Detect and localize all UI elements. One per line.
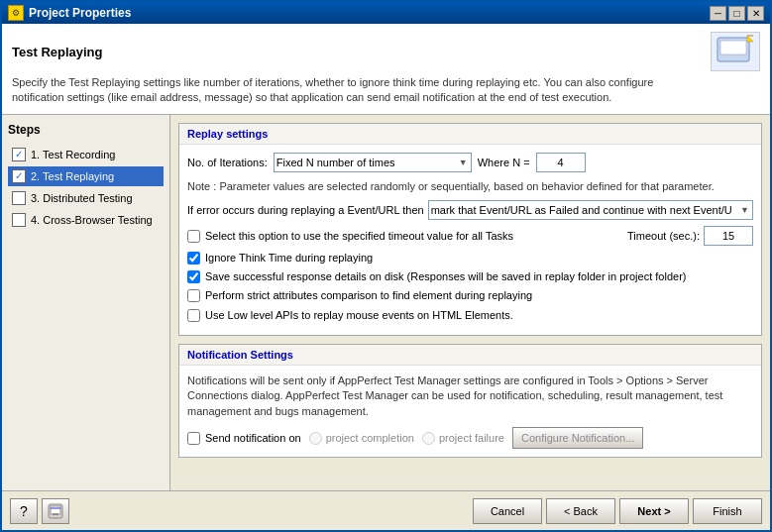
error-row: If error occurs during replaying a Event… xyxy=(187,200,753,220)
notification-settings-section: Notification Settings Notifications will… xyxy=(178,344,762,458)
project-completion-radio[interactable] xyxy=(309,432,322,445)
step-check-3 xyxy=(12,191,26,205)
ignore-think-time-row: Ignore Think Time during replaying xyxy=(187,251,753,265)
send-notification-group: Send notification on xyxy=(187,431,301,445)
timeout-input[interactable] xyxy=(704,226,753,246)
timeout-label: Timeout (sec.): xyxy=(627,230,700,242)
save-response-checkbox[interactable] xyxy=(187,270,200,283)
notification-description: Notifications will be sent only if AppPe… xyxy=(187,373,753,419)
help-button[interactable]: ? xyxy=(10,498,38,524)
step-item-2[interactable]: ✓ 2. Test Replaying xyxy=(8,166,164,186)
header-section: Test Replaying Specify the Test Replayin… xyxy=(2,24,770,115)
header-icon xyxy=(711,32,760,71)
where-n-input[interactable] xyxy=(536,153,586,172)
main-window: ⚙ Project Properties ─ □ ✕ Test Replayin… xyxy=(0,0,772,532)
iterations-row: No. of Iterations: Fixed N number of tim… xyxy=(187,153,753,172)
timeout-checkbox[interactable] xyxy=(187,230,200,243)
project-completion-label: project completion xyxy=(326,432,414,444)
project-failure-label: project failure xyxy=(439,432,504,444)
cancel-button[interactable]: Cancel xyxy=(473,498,542,524)
footer-left-buttons: ? xyxy=(10,498,69,524)
strict-attributes-row: Perform strict attributes comparison to … xyxy=(187,288,753,302)
timeout-row: Select this option to use the specified … xyxy=(187,226,753,246)
notification-settings-body: Notifications will be sent only if AppPe… xyxy=(179,366,761,457)
step-item-4[interactable]: 4. Cross-Browser Testing xyxy=(8,210,164,230)
close-button[interactable]: ✕ xyxy=(747,6,764,21)
strict-attributes-checkbox[interactable] xyxy=(187,289,200,302)
title-bar-left: ⚙ Project Properties xyxy=(8,5,131,21)
step-label-2: 2. Test Replaying xyxy=(31,170,114,182)
step-check-1: ✓ xyxy=(12,148,26,161)
steps-panel: Steps ✓ 1. Test Recording ✓ 2. Test Repl… xyxy=(2,115,170,490)
replay-settings-title: Replay settings xyxy=(179,124,761,145)
where-n-label: Where N = xyxy=(478,157,530,168)
project-failure-radio[interactable] xyxy=(422,432,435,445)
step-check-4 xyxy=(12,213,26,227)
configure-notification-button[interactable]: Configure Notification... xyxy=(512,427,643,449)
svg-marker-2 xyxy=(747,36,753,42)
low-level-api-row: Use Low level APIs to replay mouse event… xyxy=(187,308,753,322)
step-label-1: 1. Test Recording xyxy=(31,149,115,160)
project-completion-group: project completion xyxy=(309,432,414,445)
step-label-4: 4. Cross-Browser Testing xyxy=(31,214,153,226)
minimize-button[interactable]: ─ xyxy=(710,6,726,21)
step-item-1[interactable]: ✓ 1. Test Recording xyxy=(8,145,164,164)
ignore-think-time-label: Ignore Think Time during replaying xyxy=(205,251,373,265)
main-content: Steps ✓ 1. Test Recording ✓ 2. Test Repl… xyxy=(2,115,770,490)
error-label: If error occurs during replaying a Event… xyxy=(187,204,424,216)
error-select[interactable]: mark that Event/URL as Failed and contin… xyxy=(428,200,753,220)
svg-rect-1 xyxy=(720,41,746,54)
maximize-button[interactable]: □ xyxy=(728,6,745,21)
window-title: Project Properties xyxy=(29,6,131,20)
low-level-api-label: Use Low level APIs to replay mouse event… xyxy=(205,308,513,322)
steps-title: Steps xyxy=(8,123,164,137)
send-notification-label: Send notification on xyxy=(205,431,301,445)
window-icon: ⚙ xyxy=(8,5,24,21)
svg-rect-5 xyxy=(51,506,60,514)
timeout-group: Timeout (sec.): xyxy=(627,226,753,246)
title-bar-buttons: ─ □ ✕ xyxy=(710,6,764,21)
timeout-checkbox-label: Select this option to use the specified … xyxy=(205,229,513,243)
header-title-text: Test Replaying xyxy=(12,45,103,59)
title-bar: ⚙ Project Properties ─ □ ✕ xyxy=(2,2,770,24)
notification-settings-title: Notification Settings xyxy=(179,345,761,366)
footer: ? Cancel < Back Next > Finish xyxy=(2,490,770,530)
next-button[interactable]: Next > xyxy=(619,498,689,524)
notification-row: Send notification on project completion … xyxy=(187,427,753,449)
header-description: Specify the Test Replaying settings like… xyxy=(12,75,656,106)
strict-attributes-label: Perform strict attributes comparison to … xyxy=(205,288,532,302)
step-check-2: ✓ xyxy=(12,169,26,183)
step-item-3[interactable]: 3. Distributed Testing xyxy=(8,188,164,208)
step-label-3: 3. Distributed Testing xyxy=(31,192,133,204)
iterations-select-wrapper: Fixed N number of times Run Once Run Con… xyxy=(274,153,472,172)
low-level-api-checkbox[interactable] xyxy=(187,309,200,322)
save-response-row: Save successful response details on disk… xyxy=(187,269,753,283)
error-select-wrapper: mark that Event/URL as Failed and contin… xyxy=(428,200,753,220)
header-title-row: Test Replaying xyxy=(12,32,760,71)
replay-settings-body: No. of Iterations: Fixed N number of tim… xyxy=(179,145,761,335)
right-panel: Replay settings No. of Iterations: Fixed… xyxy=(170,115,770,490)
info-button[interactable] xyxy=(42,498,69,524)
timeout-checkbox-group: Select this option to use the specified … xyxy=(187,229,513,243)
finish-button[interactable]: Finish xyxy=(693,498,762,524)
replay-settings-section: Replay settings No. of Iterations: Fixed… xyxy=(178,123,762,336)
save-response-label: Save successful response details on disk… xyxy=(205,269,686,283)
iterations-label: No. of Iterations: xyxy=(187,157,268,168)
project-failure-group: project failure xyxy=(422,432,504,445)
note-text: Note : Parameter values are selected ran… xyxy=(187,178,753,194)
back-button[interactable]: < Back xyxy=(546,498,615,524)
ignore-think-time-checkbox[interactable] xyxy=(187,252,200,265)
send-notification-checkbox[interactable] xyxy=(187,432,200,445)
footer-right-buttons: Cancel < Back Next > Finish xyxy=(473,498,762,524)
iterations-select[interactable]: Fixed N number of times Run Once Run Con… xyxy=(274,153,472,172)
